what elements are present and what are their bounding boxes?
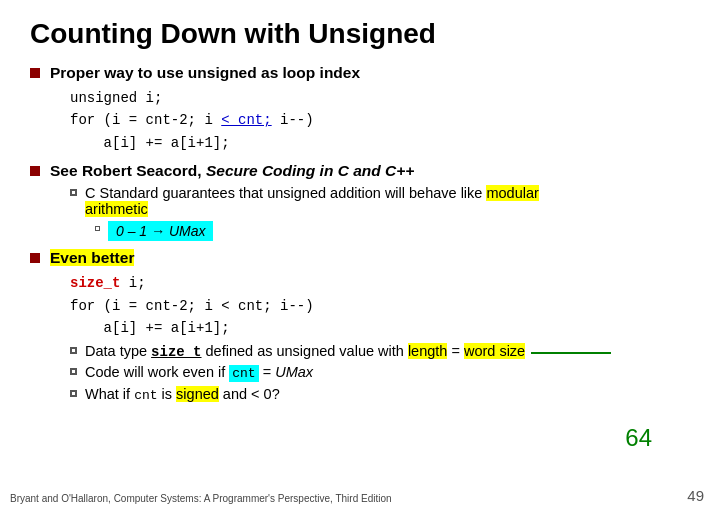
bullet-even-better-text: Even better bbox=[50, 249, 134, 267]
handwritten-64: 64 bbox=[625, 424, 652, 452]
sub-sub-bullet-umax: 0 – 1 → UMax bbox=[95, 221, 692, 241]
sub-bullet-standard-text: C Standard guarantees that unsigned addi… bbox=[85, 185, 539, 217]
code-array-op: a[i] += a[i+1]; bbox=[70, 317, 692, 339]
code-size_t-label: size_t bbox=[70, 275, 120, 291]
highlight-arithmetic: arithmetic bbox=[85, 201, 148, 217]
bullet-square-icon-2 bbox=[30, 166, 40, 176]
code-highlight-cnt: < cnt; bbox=[221, 112, 271, 128]
bullet-even-better: Even better bbox=[30, 249, 692, 267]
highlight-length: length bbox=[408, 343, 448, 359]
sub-bullet-standard: C Standard guarantees that unsigned addi… bbox=[70, 185, 692, 217]
sub-bullet-cnt: Code will work even if cnt = UMax bbox=[70, 364, 692, 382]
even-better-highlight: Even better bbox=[50, 249, 134, 266]
bullet-proper-way: Proper way to use unsigned as loop index bbox=[30, 64, 692, 82]
underline-word-size bbox=[531, 352, 611, 354]
sub-sub-sq-icon bbox=[95, 226, 100, 231]
sub-cnt-text: Code will work even if cnt = UMax bbox=[85, 364, 313, 382]
sub-sq-cnt-icon bbox=[70, 368, 77, 375]
cnt-code: cnt bbox=[134, 388, 157, 403]
sub-signed-text: What if cnt is signed and < 0? bbox=[85, 386, 280, 403]
umax-expression: 0 – 1 → UMax bbox=[108, 221, 213, 241]
highlight-modular: modular bbox=[486, 185, 538, 201]
code-size-t: size_t i; bbox=[70, 272, 692, 294]
slide-title: Counting Down with Unsigned bbox=[30, 18, 692, 50]
sub-sq-signed-icon bbox=[70, 390, 77, 397]
code-line-1: unsigned i; bbox=[70, 87, 692, 109]
sub-bullet-size-t: Data type size_t defined as unsigned val… bbox=[70, 343, 692, 360]
section-proper-way: Proper way to use unsigned as loop index… bbox=[30, 64, 692, 154]
highlight-word-size: word size bbox=[464, 343, 525, 359]
sub-sq-size-t-icon bbox=[70, 347, 77, 354]
code-for-loop: for (i = cnt-2; i < cnt; i--) bbox=[70, 295, 692, 317]
sub-size-t-text: Data type size_t defined as unsigned val… bbox=[85, 343, 611, 360]
bullet-proper-way-text: Proper way to use unsigned as loop index bbox=[50, 64, 360, 82]
bullet-seacord: See Robert Seacord, Secure Coding in C a… bbox=[30, 162, 692, 180]
section-even-better: Even better size_t i; for (i = cnt-2; i … bbox=[30, 249, 692, 403]
sub-bullet-signed: What if cnt is signed and < 0? bbox=[70, 386, 692, 403]
sub-bullet-sq-icon bbox=[70, 189, 77, 196]
sub-sub-umax-text: 0 – 1 → UMax bbox=[108, 221, 213, 241]
bullet-square-icon bbox=[30, 68, 40, 78]
slide: Counting Down with Unsigned Proper way t… bbox=[0, 0, 722, 512]
bullet-square-icon-3 bbox=[30, 253, 40, 263]
code-block-2: size_t i; for (i = cnt-2; i < cnt; i--) … bbox=[70, 272, 692, 339]
code-block-1: unsigned i; for (i = cnt-2; i < cnt; i--… bbox=[70, 87, 692, 154]
code-line-2: for (i = cnt-2; i < cnt; i--) bbox=[70, 109, 692, 131]
bullet-seacord-text: See Robert Seacord, Secure Coding in C a… bbox=[50, 162, 414, 180]
footer-text: Bryant and O'Hallaron, Computer Systems:… bbox=[10, 493, 392, 504]
code-line-3: a[i] += a[i+1]; bbox=[70, 132, 692, 154]
section-seacord: See Robert Seacord, Secure Coding in C a… bbox=[30, 162, 692, 241]
page-number: 49 bbox=[687, 487, 704, 504]
cnt-highlight: cnt bbox=[229, 365, 258, 382]
size-t-inline: size_t bbox=[151, 344, 201, 360]
highlight-signed: signed bbox=[176, 386, 219, 402]
